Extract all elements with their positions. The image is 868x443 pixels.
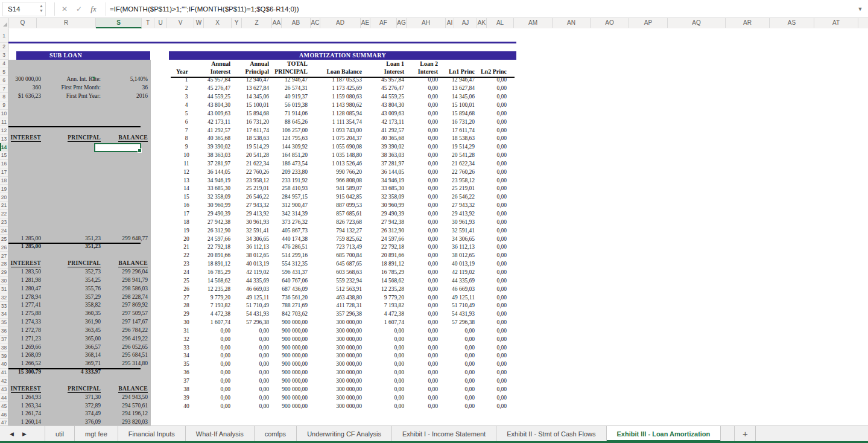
- value-cell[interactable]: 26 546,22: [438, 193, 475, 202]
- value-cell[interactable]: 0,00: [475, 310, 507, 319]
- row-header-8[interactable]: 8: [0, 93, 8, 101]
- value-cell[interactable]: 0,00: [475, 151, 507, 160]
- value-cell[interactable]: 1 035 148,80: [308, 151, 362, 160]
- value-cell[interactable]: 1 093 743,00: [308, 127, 362, 135]
- value-cell[interactable]: 42 173,11: [198, 118, 230, 127]
- value-cell[interactable]: 736 561,20: [269, 294, 308, 302]
- value-cell[interactable]: 900 000,00: [269, 336, 308, 344]
- value-cell[interactable]: 0,00: [404, 403, 438, 411]
- value-cell[interactable]: 0,00: [475, 202, 507, 210]
- value-cell[interactable]: 17 611,74: [230, 127, 269, 135]
- row-header-5[interactable]: 5: [0, 68, 8, 77]
- column-header-W[interactable]: W: [194, 18, 204, 28]
- value-cell[interactable]: 640 767,06: [269, 277, 308, 285]
- row-header-38[interactable]: 38: [0, 343, 8, 352]
- value-cell[interactable]: 12 946,47: [269, 76, 308, 84]
- value-cell[interactable]: 0,00: [404, 84, 438, 93]
- value-cell[interactable]: 0,00: [475, 336, 507, 344]
- value-cell[interactable]: 0,00: [230, 377, 269, 386]
- value-cell[interactable]: 312 900,47: [269, 202, 308, 210]
- value-cell[interactable]: 15 894,68: [230, 110, 269, 118]
- value-cell[interactable]: 0,00: [404, 369, 438, 377]
- value-cell[interactable]: 14 568,62: [198, 277, 230, 285]
- row-header-19[interactable]: 19: [0, 185, 8, 193]
- value-cell[interactable]: 25 219,01: [438, 185, 475, 193]
- value-cell[interactable]: 34 946,19: [362, 177, 404, 185]
- value-cell[interactable]: 12 946,47: [438, 76, 475, 84]
- value-cell[interactable]: 0,00: [475, 110, 507, 118]
- value-cell[interactable]: 554 312,35: [269, 260, 308, 269]
- value-cell[interactable]: 0,00: [198, 344, 230, 352]
- sheet-tab-util[interactable]: util: [45, 426, 75, 441]
- column-header-AC[interactable]: AC: [311, 18, 320, 28]
- value-cell[interactable]: 7 193,82: [198, 302, 230, 310]
- year-cell[interactable]: 33: [166, 344, 198, 352]
- row-header-24[interactable]: 24: [0, 227, 8, 235]
- value-cell[interactable]: 0,00: [475, 218, 507, 227]
- value-cell[interactable]: 0,00: [475, 319, 507, 327]
- value-cell[interactable]: 0,00: [475, 193, 507, 202]
- value-cell[interactable]: 0,00: [475, 185, 507, 193]
- value-cell[interactable]: 36 144,05: [362, 168, 404, 177]
- row-header-29[interactable]: 29: [0, 269, 8, 277]
- value-cell[interactable]: 0,00: [475, 352, 507, 360]
- value-cell[interactable]: 38 012,65: [230, 252, 269, 260]
- value-cell[interactable]: 900 000,00: [269, 403, 308, 411]
- value-cell[interactable]: 41 292,57: [362, 127, 404, 135]
- column-header-AN[interactable]: AN: [553, 18, 591, 28]
- column-header-AD[interactable]: AD: [320, 18, 361, 28]
- cell[interactable]: 1 260,14: [8, 419, 41, 425]
- value-cell[interactable]: 42 173,11: [362, 118, 404, 127]
- value-cell[interactable]: 0,00: [404, 386, 438, 394]
- value-cell[interactable]: 0,00: [230, 327, 269, 336]
- prev-sheet-icon[interactable]: ◀: [10, 431, 14, 437]
- cell[interactable]: 361,90: [43, 319, 101, 325]
- value-cell[interactable]: 32 358,09: [198, 193, 230, 202]
- column-header-AH[interactable]: AH: [407, 18, 446, 28]
- row-header-2[interactable]: 2: [0, 43, 8, 51]
- row-header-35[interactable]: 35: [0, 319, 8, 327]
- value-cell[interactable]: 26 312,90: [198, 227, 230, 235]
- value-cell[interactable]: 0,00: [198, 327, 230, 336]
- value-cell[interactable]: 42 119,02: [230, 269, 269, 277]
- value-cell[interactable]: 39 390,02: [198, 143, 230, 151]
- value-cell[interactable]: 18 891,12: [362, 260, 404, 269]
- value-cell[interactable]: 0,00: [438, 360, 475, 369]
- value-cell[interactable]: 45 957,84: [198, 76, 230, 84]
- value-cell[interactable]: 46 669,03: [438, 285, 475, 294]
- cell[interactable]: 1 264,93: [8, 394, 41, 400]
- value-cell[interactable]: 0,00: [198, 360, 230, 369]
- row-header-15[interactable]: 15: [0, 151, 8, 160]
- value-cell[interactable]: 990 766,20: [308, 168, 362, 177]
- value-cell[interactable]: 20 891,66: [198, 252, 230, 260]
- value-cell[interactable]: 0,00: [475, 403, 507, 411]
- row-header-23[interactable]: 23: [0, 218, 8, 227]
- value-cell[interactable]: 9 779,20: [198, 294, 230, 302]
- cell[interactable]: BALANCE: [101, 260, 148, 267]
- value-cell[interactable]: 16 731,20: [230, 118, 269, 127]
- value-cell[interactable]: 1 607,74: [198, 319, 230, 327]
- value-cell[interactable]: 887 099,53: [308, 202, 362, 210]
- row-header-25[interactable]: 25: [0, 235, 8, 243]
- formula-bar-expand-icon[interactable]: ▼: [852, 6, 868, 12]
- cell[interactable]: 354,25: [43, 277, 101, 283]
- value-cell[interactable]: 300 000,00: [308, 327, 362, 336]
- value-cell[interactable]: 40 013,19: [438, 260, 475, 269]
- value-cell[interactable]: 37 281,97: [198, 160, 230, 168]
- row-header-33[interactable]: 33: [0, 302, 8, 310]
- value-cell[interactable]: 26 574,31: [269, 84, 308, 93]
- value-cell[interactable]: 0,00: [362, 344, 404, 352]
- value-cell[interactable]: 14 345,06: [438, 93, 475, 101]
- row-header-44[interactable]: 44: [0, 394, 8, 402]
- row-header-26[interactable]: 26: [0, 243, 8, 252]
- cell[interactable]: 5,140%: [101, 76, 148, 82]
- value-cell[interactable]: 0,00: [198, 336, 230, 344]
- value-cell[interactable]: 106 257,00: [269, 127, 308, 135]
- value-cell[interactable]: 32 591,41: [438, 227, 475, 235]
- cell[interactable]: 1 285,00: [8, 235, 41, 241]
- cell[interactable]: 1 263,34: [8, 403, 41, 409]
- value-cell[interactable]: 32 591,41: [230, 227, 269, 235]
- cell[interactable]: 1 268,09: [8, 352, 41, 358]
- value-cell[interactable]: 44 335,69: [230, 277, 269, 285]
- value-cell[interactable]: 0,00: [438, 377, 475, 386]
